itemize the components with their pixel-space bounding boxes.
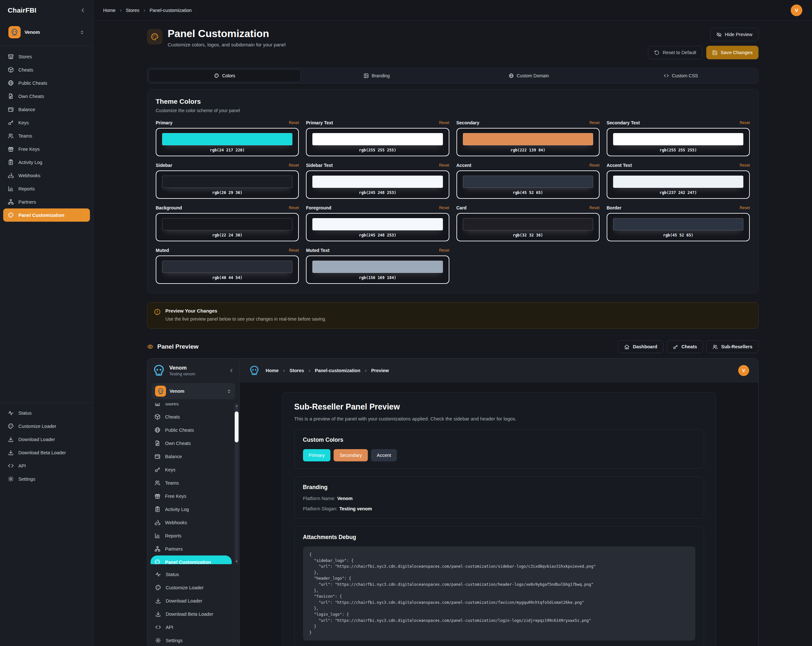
sidebar-item-api[interactable]: API — [3, 459, 90, 472]
color-picker[interactable]: rgb(45 52 65) — [607, 213, 750, 241]
preview-sidebar-item-balance[interactable]: Balance — [151, 450, 232, 463]
preview-sidebar-item-activity-log[interactable]: Activity Log — [151, 503, 232, 516]
breadcrumb-stores[interactable]: Stores — [126, 8, 139, 13]
swatch-reset-link[interactable]: Reset — [589, 120, 599, 125]
sidebar-item-activity-log[interactable]: Activity Log — [3, 155, 90, 169]
preview-sidebar-item-webhooks[interactable]: Webhooks — [151, 516, 232, 529]
color-picker[interactable]: rgb(255 255 255) — [306, 128, 449, 156]
sidebar-item-download-beta-loader[interactable]: Download Beta Loader — [3, 446, 90, 459]
sidebar-item-balance[interactable]: Balance — [3, 103, 90, 116]
swatch-color[interactable] — [463, 133, 593, 145]
scrollbar-down-arrow[interactable]: ▼ — [235, 560, 238, 563]
swatch-reset-link[interactable]: Reset — [289, 120, 299, 125]
sidebar-item-status[interactable]: Status — [3, 406, 90, 419]
sidebar-item-reports[interactable]: Reports — [3, 182, 90, 195]
color-picker[interactable]: rgb(45 52 65) — [456, 171, 600, 199]
preview-sub-resellers-button[interactable]: Sub-Resellers — [706, 340, 759, 353]
preview-user-avatar[interactable]: V — [738, 365, 749, 376]
color-picker[interactable]: rgb(245 248 253) — [306, 171, 449, 199]
sidebar-item-webhooks[interactable]: Webhooks — [3, 169, 90, 182]
preview-sidebar-item-public-cheats[interactable]: Public Cheats — [151, 424, 232, 437]
sidebar-item-cheats[interactable]: Cheats — [3, 63, 90, 76]
preview-sidebar-item-partners[interactable]: Partners — [151, 542, 232, 556]
color-picker[interactable]: rgb(40 44 54) — [156, 256, 299, 284]
swatch-color[interactable] — [312, 261, 443, 273]
sidebar-item-customize-loader[interactable]: Customize Loader — [3, 419, 90, 433]
swatch-reset-link[interactable]: Reset — [439, 120, 449, 125]
swatch-color[interactable] — [162, 133, 292, 145]
swatch-reset-link[interactable]: Reset — [589, 206, 599, 210]
tab-branding[interactable]: Branding — [301, 69, 453, 82]
preview-sidebar-item-keys[interactable]: Keys — [151, 463, 232, 476]
preview-breadcrumb-preview[interactable]: Preview — [371, 368, 389, 373]
tab-colors[interactable]: Colors — [149, 69, 301, 82]
preview-cheats-button[interactable]: Cheats — [667, 340, 703, 353]
swatch-color[interactable] — [613, 133, 743, 145]
sidebar-item-settings[interactable]: Settings — [3, 472, 90, 486]
color-picker[interactable]: rgb(24 217 220) — [156, 128, 299, 156]
tab-custom-css[interactable]: Custom CSS — [605, 69, 757, 82]
preview-sidebar-item-free-keys[interactable]: Free Keys — [151, 489, 232, 503]
swatch-color[interactable] — [463, 175, 593, 188]
preview-sidebar-item-own-cheats[interactable]: Own Cheats — [151, 437, 232, 450]
preview-store-selector[interactable]: Venom — [152, 383, 235, 399]
color-picker[interactable]: rgb(245 248 253) — [306, 213, 449, 241]
preview-sidebar-item-customize-loader[interactable]: Customize Loader — [151, 581, 236, 594]
chevron-left-icon[interactable] — [229, 368, 234, 373]
sidebar-collapse-icon[interactable] — [79, 7, 86, 14]
swatch-color[interactable] — [463, 218, 593, 230]
preview-breadcrumb-stores[interactable]: Stores — [290, 368, 304, 373]
swatch-reset-link[interactable]: Reset — [289, 248, 299, 253]
primary-color-button[interactable]: Primary — [303, 449, 331, 462]
sidebar-item-teams[interactable]: Teams — [3, 129, 90, 142]
swatch-reset-link[interactable]: Reset — [740, 120, 750, 125]
preview-sidebar-item-cheats[interactable]: Cheats — [151, 410, 232, 424]
store-selector[interactable]: Venom — [5, 24, 89, 41]
preview-sidebar-item-reports[interactable]: Reports — [151, 529, 232, 542]
swatch-color[interactable] — [162, 261, 292, 273]
sidebar-item-public-cheats[interactable]: Public Cheats — [3, 76, 90, 90]
sidebar-item-partners[interactable]: Partners — [3, 195, 90, 209]
preview-sidebar-item-status[interactable]: Status — [151, 568, 236, 581]
preview-sidebar-item-api[interactable]: API — [151, 620, 236, 634]
swatch-color[interactable] — [312, 218, 443, 230]
preview-sidebar-item-teams[interactable]: Teams — [151, 476, 232, 489]
color-picker[interactable]: rgb(22 24 30) — [156, 213, 299, 241]
color-picker[interactable]: rgb(237 242 247) — [607, 171, 750, 199]
breadcrumb-panel-customization[interactable]: Panel-customization — [150, 8, 192, 13]
preview-sidebar-item-settings[interactable]: Settings — [151, 634, 236, 646]
preview-breadcrumb-panel-customization[interactable]: Panel-customization — [315, 368, 360, 373]
swatch-reset-link[interactable]: Reset — [289, 163, 299, 168]
sidebar-item-keys[interactable]: Keys — [3, 116, 90, 129]
swatch-color[interactable] — [613, 175, 743, 188]
swatch-reset-link[interactable]: Reset — [740, 206, 750, 210]
sidebar-item-free-keys[interactable]: Free Keys — [3, 142, 90, 155]
swatch-reset-link[interactable]: Reset — [289, 206, 299, 210]
save-changes-button[interactable]: Save Changes — [706, 46, 759, 59]
user-avatar[interactable]: V — [791, 5, 802, 16]
swatch-color[interactable] — [312, 133, 443, 145]
color-picker[interactable]: rgb(222 139 84) — [456, 128, 600, 156]
swatch-reset-link[interactable]: Reset — [439, 248, 449, 253]
swatch-color[interactable] — [312, 175, 443, 188]
preview-breadcrumb-home[interactable]: Home — [266, 368, 278, 373]
swatch-color[interactable] — [162, 175, 292, 188]
sidebar-item-download-loader[interactable]: Download Loader — [3, 433, 90, 446]
reset-to-default-button[interactable]: Reset to Default — [648, 46, 702, 59]
sidebar-item-own-cheats[interactable]: Own Cheats — [3, 90, 90, 103]
preview-sidebar-item-panel-customization[interactable]: Panel Customization — [151, 556, 232, 564]
secondary-color-button[interactable]: Secondary — [334, 449, 368, 462]
swatch-color[interactable] — [162, 218, 292, 230]
swatch-reset-link[interactable]: Reset — [740, 163, 750, 168]
accent-color-button[interactable]: Accent — [371, 449, 397, 462]
tab-custom-domain[interactable]: Custom Domain — [453, 69, 605, 82]
swatch-reset-link[interactable]: Reset — [439, 163, 449, 168]
sidebar-item-stores[interactable]: Stores — [3, 50, 90, 63]
color-picker[interactable]: rgb(255 255 255) — [607, 128, 750, 156]
color-picker[interactable]: rgb(156 169 184) — [306, 256, 449, 284]
color-picker[interactable]: rgb(32 32 36) — [456, 213, 600, 241]
swatch-reset-link[interactable]: Reset — [589, 163, 599, 168]
preview-dashboard-button[interactable]: Dashboard — [618, 340, 663, 353]
sidebar-item-panel-customization[interactable]: Panel Customization — [3, 209, 90, 222]
swatch-color[interactable] — [613, 218, 743, 230]
